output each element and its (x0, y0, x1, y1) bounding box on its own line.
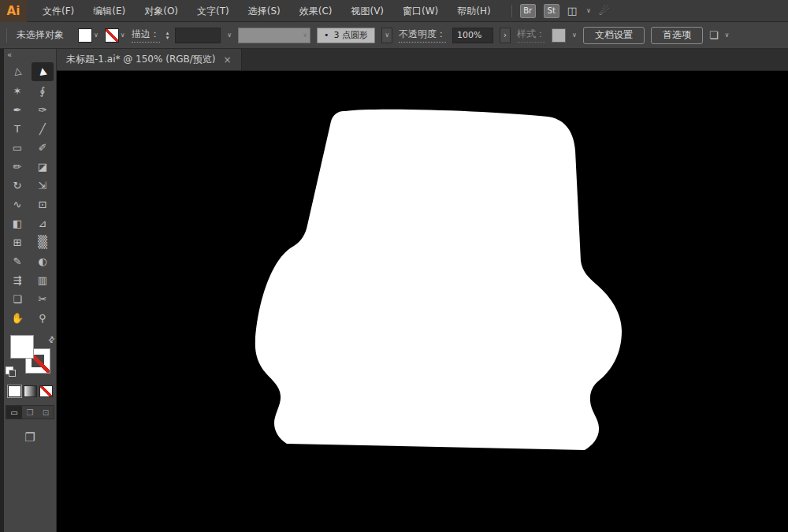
style-label: 样式： (517, 28, 545, 43)
type-tool[interactable]: T (6, 119, 28, 138)
screen-mode-button[interactable]: ❐ (24, 430, 35, 445)
draw-behind-button[interactable]: ❐ (22, 406, 38, 419)
draw-inside-button[interactable]: ⊡ (38, 406, 54, 419)
cs-live-icon[interactable]: ☄ (599, 4, 609, 18)
menu-item[interactable]: 文字(T) (188, 0, 239, 22)
pencil-tool[interactable]: ✏ (6, 157, 28, 176)
eraser-tool-icon: ◪ (38, 162, 47, 172)
align-panel-icon[interactable]: ❏ (709, 29, 719, 41)
document-tab-title: 未标题-1.ai* @ 150% (RGB/预览) (66, 53, 216, 66)
blend-tool-icon: ◐ (38, 256, 46, 266)
brush-bullet-icon: • (324, 30, 329, 40)
style-swatch[interactable] (552, 28, 566, 43)
rectangle-tool[interactable]: ▭ (6, 138, 28, 157)
pen-tool[interactable]: ✒ (6, 100, 28, 119)
magic-wand-tool[interactable]: ✶ (6, 81, 28, 100)
stroke-weight-label[interactable]: 描边： (132, 28, 160, 43)
menu-item[interactable]: 视图(V) (341, 0, 393, 22)
direct-selection-tool[interactable]: ▷ (6, 62, 28, 81)
control-bar-grip[interactable] (6, 28, 7, 43)
stroke-control: ∨ (105, 28, 125, 43)
width-profile-dropdown[interactable]: ∨ (238, 28, 310, 43)
style-chevron-down-icon[interactable]: ∨ (572, 32, 577, 39)
width-tool[interactable]: ∿ (6, 195, 28, 214)
tab-close-icon[interactable]: × (224, 54, 232, 65)
gradient-button[interactable] (24, 385, 37, 397)
workspace-chevron-down-icon[interactable]: ∨ (586, 7, 591, 14)
document-setup-button[interactable]: 文档设置 (583, 27, 645, 44)
hand-tool[interactable]: ✋ (6, 308, 28, 327)
selection-status: 未选择对象 (17, 28, 64, 42)
stroke-chevron-down-icon[interactable]: ∨ (121, 32, 125, 39)
free-transform-tool[interactable]: ⊡ (32, 195, 54, 214)
draw-normal-button[interactable]: ▭ (6, 406, 22, 419)
column-graph-tool[interactable]: ▥ (32, 270, 54, 289)
canvas[interactable] (57, 71, 788, 532)
swap-fill-stroke-icon[interactable]: ⇄ (46, 334, 57, 345)
menu-item[interactable]: 编辑(E) (84, 0, 135, 22)
brush-chevron-button[interactable]: ∨ (381, 28, 392, 43)
lasso-tool-icon: ∮ (40, 86, 46, 96)
opacity-expand-button[interactable]: › (500, 28, 511, 43)
menu-item[interactable]: 选择(S) (239, 0, 290, 22)
document-tab[interactable]: 未标题-1.ai* @ 150% (RGB/预览) × (57, 49, 242, 70)
perspective-grid-tool[interactable]: ⊿ (32, 214, 54, 233)
app-logo[interactable]: Ai (0, 0, 27, 22)
stroke-weight-input[interactable] (175, 28, 221, 43)
lasso-tool[interactable]: ∮ (32, 81, 54, 100)
stroke-weight-chevron-down-icon[interactable]: ∨ (227, 32, 232, 39)
preferences-button[interactable]: 首选项 (651, 27, 703, 44)
illustrator-window: Ai 文件(F)编辑(E)对象(O)文字(T)选择(S)效果(C)视图(V)窗口… (0, 0, 788, 532)
stroke-weight-stepper[interactable]: ▴ ▾ (166, 31, 169, 40)
artwork-svg (57, 71, 788, 532)
none-button[interactable] (39, 385, 53, 397)
slice-tool[interactable]: ✂ (32, 289, 54, 308)
hand-tool-icon: ✋ (11, 313, 24, 323)
fill-chevron-down-icon[interactable]: ∨ (94, 32, 98, 39)
fill-color-box[interactable] (10, 335, 34, 359)
menu-item[interactable]: 对象(O) (135, 0, 188, 22)
opacity-input[interactable]: 100% (452, 28, 493, 43)
curvature-tool[interactable]: ✑ (32, 100, 54, 119)
artwork-shape[interactable] (255, 110, 622, 450)
scale-tool[interactable]: ⇲ (32, 176, 54, 195)
workspace-switcher-icon[interactable]: ◫ (567, 5, 578, 17)
zoom-tool[interactable]: ⚲ (32, 308, 54, 327)
selection-tool[interactable]: ▶ (32, 62, 54, 81)
gradient-tool[interactable]: ▒ (32, 233, 54, 251)
artboard-tool[interactable]: ❏ (6, 289, 28, 308)
rectangle-tool-icon: ▭ (13, 143, 22, 153)
menu-item[interactable]: 文件(F) (33, 0, 84, 22)
bridge-button[interactable]: Br (520, 4, 536, 18)
color-button[interactable] (8, 385, 21, 397)
brush-name: 3 点圆形 (334, 29, 369, 41)
control-bar: 未选择对象 ∨ ∨ 描边： ▴ ▾ ∨ ∨ • 3 点圆形 ∨ 不透明度： 10… (0, 22, 788, 49)
brush-definition-dropdown[interactable]: • 3 点圆形 (317, 28, 375, 43)
fill-swatch[interactable] (78, 28, 92, 43)
rotate-tool[interactable]: ↻ (6, 176, 28, 195)
shape-builder-tool[interactable]: ◧ (6, 214, 28, 233)
line-segment-tool[interactable]: ╱ (32, 119, 54, 138)
pen-tool-icon: ✒ (13, 105, 22, 115)
eyedropper-tool[interactable]: ✎ (6, 251, 28, 270)
menu-item[interactable]: 帮助(H) (448, 0, 500, 22)
menu-item[interactable]: 效果(C) (290, 0, 342, 22)
stock-button[interactable]: St (544, 4, 559, 18)
stepper-down-icon[interactable]: ▾ (166, 35, 169, 40)
blend-tool[interactable]: ◐ (32, 251, 54, 270)
width-profile-chevron-down-icon: ∨ (303, 32, 307, 39)
opacity-label[interactable]: 不透明度： (399, 28, 446, 43)
panel-collapse-icon[interactable]: « (4, 49, 56, 62)
document-area: 未标题-1.ai* @ 150% (RGB/预览) × (57, 49, 788, 532)
symbol-sprayer-tool[interactable]: ⇶ (6, 270, 28, 289)
paintbrush-tool[interactable]: ✐ (32, 138, 54, 157)
default-fill-stroke-icon[interactable] (6, 366, 13, 374)
align-chevron-down-icon[interactable]: ∨ (725, 32, 730, 39)
eraser-tool[interactable]: ◪ (32, 157, 54, 176)
menu-item[interactable]: 窗口(W) (393, 0, 448, 22)
menu-bar-right: Br St ◫ ∨ ☄ (511, 4, 610, 18)
shape-builder-tool-icon: ◧ (13, 218, 22, 229)
stroke-swatch[interactable] (105, 28, 119, 43)
magic-wand-tool-icon: ✶ (13, 86, 22, 96)
mesh-tool[interactable]: ⊞ (6, 233, 28, 251)
